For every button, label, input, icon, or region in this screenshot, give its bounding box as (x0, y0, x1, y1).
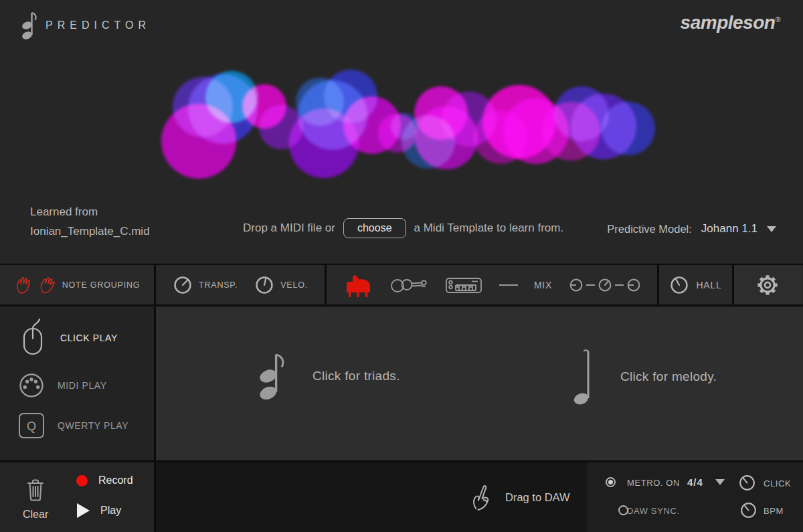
drag-to-daw-strip[interactable]: Drag to DAW (156, 462, 587, 532)
performance-panel: Click for triads. Click for melody. (156, 307, 803, 460)
record-label: Record (98, 474, 133, 486)
note-grouping-control[interactable]: NOTE GROUPING (0, 265, 156, 304)
app-logo: PREDICTOR (20, 11, 151, 40)
drag-to-daw-label: Drag to DAW (505, 491, 570, 504)
brand-logo: sampleson® (681, 12, 780, 33)
daw-sync-label[interactable]: DAW SYNC. (627, 506, 680, 516)
transport-left: Clear Record Play (0, 462, 156, 532)
hall-reverb-control[interactable]: HALL (659, 265, 734, 304)
learned-from-label: Learned from (30, 202, 150, 221)
drag-hand-icon (470, 482, 496, 512)
hall-label: HALL (696, 280, 721, 290)
qwerty-play-label: QWERTY PLAY (58, 420, 128, 431)
transpose-label: TRANSP. (199, 280, 238, 290)
svg-text:Q: Q (27, 420, 36, 433)
melody-note-icon (572, 347, 594, 406)
model-dropdown-caret-icon[interactable] (767, 226, 776, 232)
midi-play-label: MIDI PLAY (58, 380, 107, 391)
click-label: CLICK (764, 478, 791, 489)
bpm-knob-icon[interactable] (739, 501, 757, 519)
velocity-knob-icon (254, 275, 274, 295)
mix-chain-dash-icon (615, 284, 624, 286)
predictive-model-value[interactable]: Johann 1.1 (701, 222, 757, 236)
settings-button[interactable] (734, 265, 801, 304)
predictive-model-label: Predictive Model: (607, 223, 692, 236)
mix-knob-chain (569, 278, 641, 292)
play-triangle-icon (76, 503, 90, 519)
time-signature-caret-icon[interactable] (715, 479, 725, 485)
record-button[interactable]: Record (76, 474, 133, 486)
sidebar-item-qwerty-play[interactable]: Q QWERTY PLAY (17, 412, 128, 440)
transpose-knob[interactable]: TRANSP. (173, 275, 238, 295)
triad-note-icon (256, 349, 286, 404)
transpose-velocity-cell: TRANSP. VELO. (156, 265, 327, 304)
sidebar-item-midi-play[interactable]: MIDI PLAY (17, 371, 107, 400)
metro-on-radio[interactable] (606, 477, 616, 487)
note-grouping-label: NOTE GROUPING (62, 280, 141, 290)
record-dot-icon (76, 475, 88, 486)
right-hand-icon (38, 276, 56, 294)
metronome-section: METRO. ON 4/4 CLICK DAW SYNC. BPM (587, 462, 803, 532)
midi-drop-row: Drop a MIDI file or choose a Midi Templa… (243, 218, 563, 238)
synth-instrument-icon[interactable] (445, 274, 482, 296)
qwerty-key-icon: Q (17, 412, 46, 440)
midi-connector-icon (17, 371, 46, 400)
click-volume-knob-icon[interactable] (738, 474, 756, 492)
time-signature-value[interactable]: 4/4 (687, 476, 703, 488)
app-title: PREDICTOR (46, 19, 151, 31)
drag-to-daw-handle[interactable]: Drag to DAW (470, 462, 570, 532)
predictor-note-icon (20, 11, 37, 40)
drop-text-after: a Midi Template to learn from. (414, 221, 564, 235)
instrument-mix-cell: MIX (327, 265, 659, 304)
mix-knob-2-icon[interactable] (598, 278, 612, 292)
mouse-icon (17, 317, 48, 359)
mix-knob-3-icon[interactable] (626, 278, 641, 292)
learned-from-block: Learned from Ionian_Template_C.mid (30, 202, 150, 241)
sidebar-item-click-play[interactable]: CLICK PLAY (17, 317, 118, 359)
click-play-label: CLICK PLAY (60, 333, 118, 343)
bpm-label: BPM (764, 506, 784, 516)
mix-label: MIX (534, 280, 552, 290)
clear-button[interactable]: Clear (23, 477, 48, 521)
metro-on-label[interactable]: METRO. ON (627, 478, 680, 488)
mix-chain-dash-icon (586, 284, 595, 286)
trash-icon (25, 477, 46, 503)
mix-knob-1-icon[interactable] (569, 278, 584, 292)
transpose-knob-icon (173, 275, 193, 295)
mix-dash-icon (499, 284, 518, 286)
piano-instrument-icon[interactable] (343, 272, 373, 298)
play-label: Play (100, 505, 121, 517)
melody-label: Click for melody. (620, 369, 717, 384)
left-hand-icon (14, 276, 32, 294)
play-button[interactable]: Play (76, 503, 121, 519)
melody-click-zone[interactable]: Click for melody. (572, 347, 717, 406)
drop-text-before: Drop a MIDI file or (243, 221, 335, 235)
learned-from-filename: Ionian_Template_C.mid (30, 221, 150, 241)
transport-bar: Clear Record Play Drag to DAW (0, 460, 803, 532)
header: PREDICTOR sampleson® (0, 0, 803, 60)
predictive-model-row: Predictive Model: Johann 1.1 (607, 222, 776, 236)
choose-file-button[interactable]: choose (343, 218, 406, 238)
hall-knob-icon (669, 275, 689, 295)
triads-click-zone[interactable]: Click for triads. (256, 349, 400, 404)
clear-label: Clear (23, 509, 48, 521)
velocity-knob[interactable]: VELO. (254, 275, 308, 295)
triads-label: Click for triads. (313, 369, 400, 383)
workspace: CLICK PLAY MIDI PLAY Q QWERTY PLAY (0, 307, 803, 460)
play-mode-sidebar: CLICK PLAY MIDI PLAY Q QWERTY PLAY (0, 307, 156, 460)
velocity-label: VELO. (280, 280, 308, 290)
toolbar: NOTE GROUPING TRANSP. VELO. (0, 264, 803, 306)
strings-instrument-icon[interactable] (390, 275, 429, 295)
gear-icon (755, 273, 780, 297)
